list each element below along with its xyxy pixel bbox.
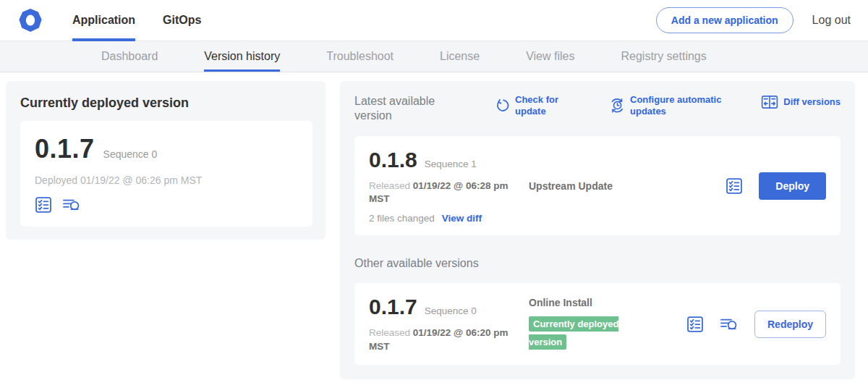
add-application-button[interactable]: Add a new application (656, 7, 793, 33)
view-logs-icon[interactable] (720, 316, 739, 332)
other-sequence-label: Sequence 0 (425, 305, 477, 316)
other-version-source-block: Online Install Currently deployed versio… (529, 297, 673, 351)
configure-automatic-updates-link[interactable]: Configure automatic updates (609, 94, 725, 118)
latest-sequence-label: Sequence 1 (425, 159, 477, 169)
currently-deployed-title: Currently deployed version (20, 96, 312, 111)
latest-released-timestamp: Released 01/19/22 @ 06:28 pm MST (369, 180, 517, 206)
view-diff-link[interactable]: View diff (442, 213, 482, 224)
main-content: Currently deployed version 0.1.7 Sequenc… (0, 72, 868, 379)
available-versions-header: Latest available version Check for updat… (354, 94, 841, 123)
latest-version-card: 0.1.8 Sequence 1 Released 01/19/22 @ 06:… (354, 136, 841, 235)
other-versions-heading: Other available versions (354, 257, 841, 270)
other-released-timestamp: Released 01/19/22 @ 06:20 pm MST (369, 326, 517, 353)
deployed-timestamp: Deployed 01/19/22 @ 06:26 pm MST (35, 174, 298, 186)
latest-version-source: Upstream Update (529, 180, 673, 192)
check-for-update-link[interactable]: Check for update (495, 94, 567, 118)
tab-view-files[interactable]: View files (526, 41, 574, 72)
redeploy-button[interactable]: Redeploy (754, 311, 826, 338)
deployed-version-card: 0.1.7 Sequence 0 Deployed 01/19/22 @ 06:… (20, 121, 312, 227)
preflight-checks-icon[interactable] (686, 316, 704, 333)
tab-version-history[interactable]: Version history (204, 41, 280, 72)
app-logo-icon (17, 7, 43, 33)
tab-dashboard[interactable]: Dashboard (101, 41, 158, 72)
diff-icon (761, 94, 778, 110)
deploy-button[interactable]: Deploy (759, 172, 826, 200)
preflight-checks-icon[interactable] (726, 177, 743, 195)
tab-registry-settings[interactable]: Registry settings (621, 41, 706, 72)
tab-troubleshoot[interactable]: Troubleshoot (326, 41, 393, 72)
primary-nav-tabs: Application GitOps (72, 0, 201, 41)
nav-tab-application[interactable]: Application (72, 0, 135, 41)
diff-versions-link[interactable]: Diff versions (761, 94, 841, 110)
preflight-checks-icon[interactable] (35, 196, 52, 214)
files-changed-label: 2 files changed (369, 213, 435, 224)
currently-deployed-badge: Currently deployed version (529, 316, 618, 350)
logout-link[interactable]: Log out (812, 14, 851, 27)
view-logs-icon[interactable] (62, 197, 81, 213)
other-version-number: 0.1.7 (369, 295, 417, 319)
nav-tab-gitops[interactable]: GitOps (163, 0, 201, 41)
latest-available-title: Latest available version (354, 94, 450, 123)
latest-version-number: 0.1.8 (369, 148, 417, 172)
tab-license[interactable]: License (440, 41, 480, 72)
other-version-source: Online Install (529, 297, 673, 308)
other-version-card: 0.1.7 Sequence 0 Released 01/19/22 @ 06:… (354, 283, 841, 364)
available-versions-panel: Latest available version Check for updat… (340, 81, 855, 379)
currently-deployed-panel: Currently deployed version 0.1.7 Sequenc… (6, 81, 326, 240)
app-subnav: Dashboard Version history Troubleshoot L… (0, 41, 868, 72)
topnav-right: Add a new application Log out (656, 7, 851, 33)
deployed-version-number: 0.1.7 (35, 134, 95, 164)
top-navbar: Application GitOps Add a new application… (0, 0, 868, 41)
schedule-update-icon (609, 98, 625, 114)
refresh-icon (495, 98, 510, 114)
deployed-sequence-label: Sequence 0 (103, 148, 158, 160)
